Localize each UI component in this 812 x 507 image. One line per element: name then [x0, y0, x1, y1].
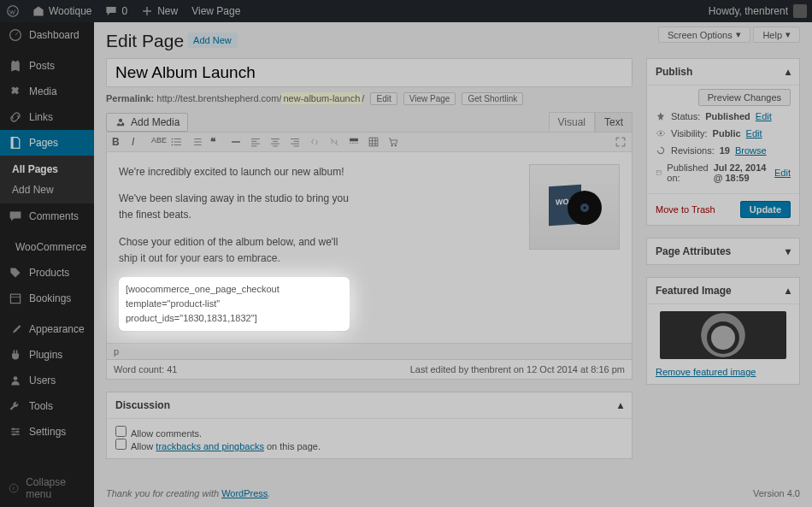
chevron-down-icon: ▾: [786, 29, 791, 40]
align-center-icon[interactable]: [269, 136, 281, 148]
shortcode-text: [woocommerce_one_page_checkout template=…: [119, 277, 350, 331]
unlink-icon[interactable]: [328, 136, 340, 148]
fullscreen-icon[interactable]: [615, 136, 627, 148]
submenu-add-new[interactable]: Add New: [0, 180, 94, 200]
edit-visibility-link[interactable]: Edit: [746, 128, 762, 139]
svg-point-22: [660, 133, 662, 134]
svg-point-9: [119, 118, 122, 121]
page-attributes-panel: Page Attributes▾: [646, 238, 800, 265]
permalink-row: Permalink: http://test.brentshepherd.com…: [106, 87, 633, 112]
svg-point-10: [172, 139, 173, 139]
update-button[interactable]: Update: [740, 201, 791, 218]
menu-media[interactable]: Media: [0, 79, 94, 104]
svg-point-6: [16, 431, 18, 433]
collapse-menu[interactable]: Collapse menu: [0, 469, 94, 507]
svg-point-15: [391, 144, 393, 146]
editor-footer: Word count: 41 Last edited by thenbrent …: [106, 360, 633, 380]
svg-rect-23: [656, 171, 661, 175]
howdy-text[interactable]: Howdy, thenbrent: [709, 5, 788, 17]
trash-link[interactable]: Move to Trash: [656, 204, 715, 215]
admin-sidebar: Dashboard Posts Media Links Pages All Pa…: [0, 22, 94, 507]
svg-rect-14: [369, 138, 378, 146]
permalink-view-button[interactable]: View Page: [403, 92, 456, 105]
preview-button[interactable]: Preview Changes: [698, 89, 791, 106]
pin-icon: [656, 111, 666, 121]
menu-appearance[interactable]: Appearance: [0, 316, 94, 342]
tab-text[interactable]: Text: [595, 112, 633, 132]
allow-comments-checkbox[interactable]: [115, 426, 127, 437]
editor-path: p: [107, 343, 632, 359]
menu-products[interactable]: Products: [0, 260, 94, 286]
more-icon[interactable]: [348, 136, 360, 148]
help-button[interactable]: Help ▾: [753, 27, 800, 43]
link-icon[interactable]: [309, 136, 321, 148]
menu-tools[interactable]: Tools: [0, 393, 94, 419]
publish-header[interactable]: Publish▴: [647, 59, 799, 85]
quote-icon[interactable]: ❝: [210, 136, 222, 148]
italic-icon[interactable]: I: [132, 136, 144, 148]
ol-icon[interactable]: [191, 136, 203, 148]
page-attributes-header[interactable]: Page Attributes▾: [647, 239, 799, 264]
svg-point-7: [13, 433, 15, 435]
svg-rect-3: [10, 294, 20, 303]
publish-panel: Publish▴ Preview Changes Status: Publish…: [646, 58, 800, 226]
menu-comments[interactable]: Comments: [0, 203, 94, 229]
new-content[interactable]: New: [134, 0, 185, 22]
add-media-button[interactable]: Add Media: [106, 113, 188, 132]
chevron-down-icon: ▾: [736, 29, 741, 40]
view-page-link[interactable]: View Page: [185, 0, 247, 22]
browse-revisions-link[interactable]: Browse: [735, 145, 767, 156]
edit-status-link[interactable]: Edit: [756, 111, 772, 121]
cart-icon[interactable]: [387, 136, 399, 148]
screen-options-button[interactable]: Screen Options ▾: [658, 27, 750, 43]
add-new-button[interactable]: Add New: [187, 32, 238, 48]
content-p3: Chose your edition of the album below, a…: [119, 234, 350, 267]
bold-icon[interactable]: B: [112, 136, 124, 148]
discussion-header[interactable]: Discussion▴: [107, 392, 632, 419]
menu-pages[interactable]: Pages: [0, 130, 94, 156]
editor-canvas[interactable]: WOO We're incredibly excited to launch o…: [107, 152, 632, 343]
svg-point-5: [12, 428, 14, 430]
comments-count[interactable]: 0: [98, 0, 134, 22]
table-icon[interactable]: [368, 136, 380, 148]
admin-bar: Wootique 0 New View Page Howdy, thenbren…: [0, 0, 812, 22]
permalink-edit-button[interactable]: Edit: [370, 92, 397, 105]
avatar[interactable]: [793, 4, 807, 18]
svg-point-4: [14, 376, 18, 380]
remove-featured-link[interactable]: Remove featured image: [656, 367, 756, 377]
align-right-icon[interactable]: [289, 136, 301, 148]
edit-date-link[interactable]: Edit: [774, 168, 791, 178]
menu-woocommerce[interactable]: WooCommerce: [0, 234, 94, 260]
site-name[interactable]: Wootique: [26, 0, 98, 22]
menu-posts[interactable]: Posts: [0, 53, 94, 79]
editor: B I ABE ❝: [106, 132, 633, 360]
svg-point-0: [8, 6, 19, 17]
ul-icon[interactable]: [171, 136, 183, 148]
menu-users[interactable]: Users: [0, 368, 94, 393]
wp-logo[interactable]: [0, 0, 26, 22]
menu-links[interactable]: Links: [0, 104, 94, 130]
last-edited: Last edited by thenbrent on 12 Oct 2014 …: [410, 364, 625, 374]
hr-icon[interactable]: [230, 136, 242, 148]
permalink-slug[interactable]: new-album-launch: [281, 92, 362, 104]
trackbacks-link[interactable]: trackbacks and pingbacks: [156, 441, 264, 451]
tab-visual[interactable]: Visual: [549, 112, 595, 132]
menu-plugins[interactable]: Plugins: [0, 342, 94, 368]
wordpress-link[interactable]: WordPress: [221, 488, 268, 498]
strike-icon[interactable]: ABE: [151, 136, 163, 148]
submenu-all-pages[interactable]: All Pages: [0, 159, 94, 180]
version-text: Version 4.0: [753, 488, 800, 498]
album-image[interactable]: WOO: [529, 164, 620, 250]
content-area: Screen Options ▾ Help ▾ Edit PageAdd New…: [94, 22, 812, 507]
menu-bookings[interactable]: Bookings: [0, 286, 94, 311]
allow-pings-checkbox[interactable]: [115, 439, 127, 450]
revisions-icon: [656, 145, 666, 156]
title-input[interactable]: [106, 58, 633, 87]
featured-image-face-icon: [711, 326, 735, 350]
align-left-icon[interactable]: [250, 136, 262, 148]
permalink-shortlink-button[interactable]: Get Shortlink: [462, 92, 523, 105]
featured-image-header[interactable]: Featured Image▴: [647, 278, 799, 304]
menu-settings[interactable]: Settings: [0, 419, 94, 445]
svg-point-21: [584, 207, 586, 209]
menu-dashboard[interactable]: Dashboard: [0, 22, 94, 48]
